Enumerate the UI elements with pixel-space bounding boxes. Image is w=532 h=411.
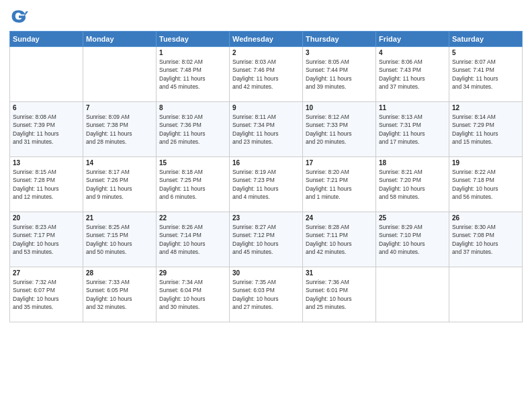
header-tuesday: Tuesday bbox=[157, 32, 230, 47]
calendar-cell bbox=[376, 267, 449, 322]
header-thursday: Thursday bbox=[303, 32, 376, 47]
calendar-cell: 31Sunrise: 7:36 AM Sunset: 6:01 PM Dayli… bbox=[303, 267, 376, 322]
calendar-cell: 14Sunrise: 8:17 AM Sunset: 7:26 PM Dayli… bbox=[83, 157, 157, 212]
day-info: Sunrise: 8:25 AM Sunset: 7:15 PM Dayligh… bbox=[86, 223, 153, 256]
calendar-cell bbox=[83, 47, 157, 102]
calendar-cell: 7Sunrise: 8:09 AM Sunset: 7:38 PM Daylig… bbox=[83, 102, 157, 157]
day-info: Sunrise: 8:08 AM Sunset: 7:39 PM Dayligh… bbox=[13, 113, 80, 146]
day-info: Sunrise: 8:09 AM Sunset: 7:38 PM Dayligh… bbox=[86, 113, 153, 146]
day-number: 5 bbox=[452, 49, 519, 56]
calendar-cell: 20Sunrise: 8:23 AM Sunset: 7:17 PM Dayli… bbox=[10, 212, 83, 267]
day-number: 3 bbox=[306, 49, 373, 56]
header-saturday: Saturday bbox=[449, 32, 523, 47]
day-number: 20 bbox=[13, 214, 80, 222]
calendar-cell: 2Sunrise: 8:03 AM Sunset: 7:46 PM Daylig… bbox=[230, 47, 303, 102]
header-sunday: Sunday bbox=[10, 32, 83, 47]
header-row: SundayMondayTuesdayWednesdayThursdayFrid… bbox=[10, 32, 523, 47]
calendar-cell: 10Sunrise: 8:12 AM Sunset: 7:33 PM Dayli… bbox=[303, 102, 376, 157]
day-number: 17 bbox=[306, 159, 373, 167]
calendar-cell: 30Sunrise: 7:35 AM Sunset: 6:03 PM Dayli… bbox=[230, 267, 303, 322]
calendar-cell: 17Sunrise: 8:20 AM Sunset: 7:21 PM Dayli… bbox=[303, 157, 376, 212]
day-number: 10 bbox=[306, 104, 373, 111]
header-wednesday: Wednesday bbox=[230, 32, 303, 47]
week-row-0: 1Sunrise: 8:02 AM Sunset: 7:48 PM Daylig… bbox=[10, 47, 523, 102]
day-number: 14 bbox=[86, 159, 153, 167]
day-number: 23 bbox=[232, 214, 300, 222]
calendar-cell: 9Sunrise: 8:11 AM Sunset: 7:34 PM Daylig… bbox=[230, 102, 303, 157]
day-number: 22 bbox=[159, 214, 226, 222]
day-info: Sunrise: 8:19 AM Sunset: 7:23 PM Dayligh… bbox=[232, 168, 300, 201]
calendar-cell: 16Sunrise: 8:19 AM Sunset: 7:23 PM Dayli… bbox=[230, 157, 303, 212]
week-row-2: 13Sunrise: 8:15 AM Sunset: 7:28 PM Dayli… bbox=[10, 157, 523, 212]
day-number: 27 bbox=[13, 269, 80, 277]
day-number: 31 bbox=[306, 269, 373, 277]
day-info: Sunrise: 8:20 AM Sunset: 7:21 PM Dayligh… bbox=[306, 168, 373, 201]
calendar-cell: 22Sunrise: 8:26 AM Sunset: 7:14 PM Dayli… bbox=[157, 212, 230, 267]
header-monday: Monday bbox=[83, 32, 157, 47]
calendar-cell: 6Sunrise: 8:08 AM Sunset: 7:39 PM Daylig… bbox=[10, 102, 83, 157]
day-number: 19 bbox=[452, 159, 519, 167]
day-info: Sunrise: 8:18 AM Sunset: 7:25 PM Dayligh… bbox=[159, 168, 226, 201]
calendar-cell: 3Sunrise: 8:05 AM Sunset: 7:44 PM Daylig… bbox=[303, 47, 376, 102]
day-info: Sunrise: 8:06 AM Sunset: 7:43 PM Dayligh… bbox=[379, 58, 446, 91]
day-number: 16 bbox=[232, 159, 300, 167]
day-info: Sunrise: 8:22 AM Sunset: 7:18 PM Dayligh… bbox=[452, 168, 519, 201]
calendar-cell: 8Sunrise: 8:10 AM Sunset: 7:36 PM Daylig… bbox=[157, 102, 230, 157]
logo bbox=[9, 7, 31, 26]
calendar-header: SundayMondayTuesdayWednesdayThursdayFrid… bbox=[10, 32, 523, 47]
week-row-3: 20Sunrise: 8:23 AM Sunset: 7:17 PM Dayli… bbox=[10, 212, 523, 267]
calendar-table: SundayMondayTuesdayWednesdayThursdayFrid… bbox=[9, 31, 523, 322]
day-info: Sunrise: 8:21 AM Sunset: 7:20 PM Dayligh… bbox=[379, 168, 446, 201]
day-info: Sunrise: 8:27 AM Sunset: 7:12 PM Dayligh… bbox=[232, 223, 300, 256]
day-info: Sunrise: 8:30 AM Sunset: 7:08 PM Dayligh… bbox=[452, 223, 519, 256]
day-info: Sunrise: 8:05 AM Sunset: 7:44 PM Dayligh… bbox=[306, 58, 373, 91]
day-info: Sunrise: 8:03 AM Sunset: 7:46 PM Dayligh… bbox=[232, 58, 300, 91]
day-number: 11 bbox=[379, 104, 446, 111]
day-info: Sunrise: 8:28 AM Sunset: 7:11 PM Dayligh… bbox=[306, 223, 373, 256]
day-number: 9 bbox=[232, 104, 300, 111]
header bbox=[9, 7, 523, 26]
week-row-1: 6Sunrise: 8:08 AM Sunset: 7:39 PM Daylig… bbox=[10, 102, 523, 157]
day-info: Sunrise: 8:26 AM Sunset: 7:14 PM Dayligh… bbox=[159, 223, 226, 256]
day-number: 4 bbox=[379, 49, 446, 56]
week-row-4: 27Sunrise: 7:32 AM Sunset: 6:07 PM Dayli… bbox=[10, 267, 523, 322]
day-number: 24 bbox=[306, 214, 373, 222]
day-number: 6 bbox=[13, 104, 80, 111]
day-number: 8 bbox=[159, 104, 226, 111]
day-number: 30 bbox=[232, 269, 300, 277]
day-info: Sunrise: 8:17 AM Sunset: 7:26 PM Dayligh… bbox=[86, 168, 153, 201]
calendar-body: 1Sunrise: 8:02 AM Sunset: 7:48 PM Daylig… bbox=[10, 47, 523, 322]
day-number: 18 bbox=[379, 159, 446, 167]
calendar-cell: 28Sunrise: 7:33 AM Sunset: 6:05 PM Dayli… bbox=[83, 267, 157, 322]
day-number: 29 bbox=[159, 269, 226, 277]
calendar-cell bbox=[10, 47, 83, 102]
day-number: 13 bbox=[13, 159, 80, 167]
day-info: Sunrise: 8:29 AM Sunset: 7:10 PM Dayligh… bbox=[379, 223, 446, 256]
day-info: Sunrise: 7:35 AM Sunset: 6:03 PM Dayligh… bbox=[232, 278, 300, 311]
day-info: Sunrise: 8:07 AM Sunset: 7:41 PM Dayligh… bbox=[452, 58, 519, 91]
day-number: 7 bbox=[86, 104, 153, 111]
day-number: 28 bbox=[86, 269, 153, 277]
day-info: Sunrise: 7:36 AM Sunset: 6:01 PM Dayligh… bbox=[306, 278, 373, 311]
day-number: 1 bbox=[159, 49, 226, 56]
day-number: 21 bbox=[86, 214, 153, 222]
calendar-cell: 15Sunrise: 8:18 AM Sunset: 7:25 PM Dayli… bbox=[157, 157, 230, 212]
calendar-cell: 26Sunrise: 8:30 AM Sunset: 7:08 PM Dayli… bbox=[449, 212, 523, 267]
calendar-cell: 21Sunrise: 8:25 AM Sunset: 7:15 PM Dayli… bbox=[83, 212, 157, 267]
calendar-cell: 29Sunrise: 7:34 AM Sunset: 6:04 PM Dayli… bbox=[157, 267, 230, 322]
calendar-cell: 12Sunrise: 8:14 AM Sunset: 7:29 PM Dayli… bbox=[449, 102, 523, 157]
calendar-cell: 27Sunrise: 7:32 AM Sunset: 6:07 PM Dayli… bbox=[10, 267, 83, 322]
day-info: Sunrise: 7:34 AM Sunset: 6:04 PM Dayligh… bbox=[159, 278, 226, 311]
day-info: Sunrise: 8:02 AM Sunset: 7:48 PM Dayligh… bbox=[159, 58, 226, 91]
calendar-cell: 23Sunrise: 8:27 AM Sunset: 7:12 PM Dayli… bbox=[230, 212, 303, 267]
day-number: 2 bbox=[232, 49, 300, 56]
page: SundayMondayTuesdayWednesdayThursdayFrid… bbox=[0, 0, 532, 411]
day-number: 12 bbox=[452, 104, 519, 111]
calendar-cell: 24Sunrise: 8:28 AM Sunset: 7:11 PM Dayli… bbox=[303, 212, 376, 267]
day-number: 15 bbox=[159, 159, 226, 167]
day-info: Sunrise: 7:32 AM Sunset: 6:07 PM Dayligh… bbox=[13, 278, 80, 311]
calendar-cell: 25Sunrise: 8:29 AM Sunset: 7:10 PM Dayli… bbox=[376, 212, 449, 267]
day-number: 26 bbox=[452, 214, 519, 222]
calendar-cell: 13Sunrise: 8:15 AM Sunset: 7:28 PM Dayli… bbox=[10, 157, 83, 212]
calendar-cell: 19Sunrise: 8:22 AM Sunset: 7:18 PM Dayli… bbox=[449, 157, 523, 212]
